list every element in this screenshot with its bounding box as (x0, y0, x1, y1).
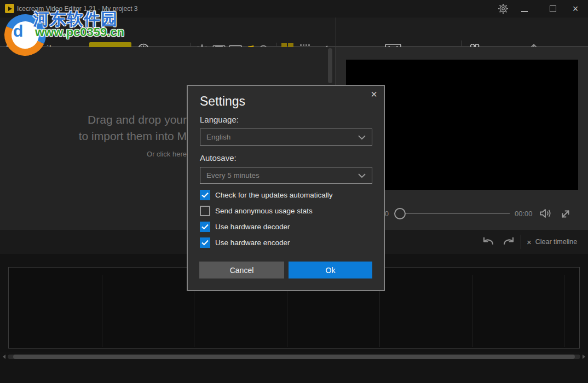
undo-icon (481, 235, 495, 248)
gear-icon (498, 3, 509, 14)
settings-dialog: × Settings Language: English Autosave: E… (187, 85, 385, 291)
minimize-button[interactable] (515, 0, 534, 18)
chevron-down-icon (358, 173, 366, 178)
settings-gear-button[interactable] (494, 0, 512, 18)
seek-bar[interactable] (406, 213, 510, 214)
grid-small-icon (300, 44, 302, 46)
clear-x-icon: × (527, 238, 532, 246)
dialog-title: Settings (200, 94, 245, 109)
checkbox-label: Send anonymous usage stats (215, 207, 313, 215)
click-here-link[interactable]: Or click here (0, 150, 187, 158)
main-toolbar: Media Library + Add files Add color (0, 18, 588, 47)
maximize-button[interactable] (544, 0, 562, 18)
checkbox-label: Use hardware encoder (215, 239, 290, 247)
bottom-strip (0, 360, 588, 383)
checkmark-icon (201, 224, 209, 230)
fullscreen-button[interactable] (559, 207, 572, 223)
checkbox-check-updates[interactable] (200, 190, 210, 200)
window-title: Icecream Video Editor 1.21 - My project … (17, 5, 138, 13)
dialog-close-icon[interactable]: × (371, 89, 377, 100)
redo-button[interactable] (501, 235, 516, 251)
titlebar: Icecream Video Editor 1.21 - My project … (0, 0, 588, 18)
time-total: 00:00 (515, 210, 533, 218)
minimize-icon (521, 11, 528, 12)
timeline-cell-divider (564, 275, 564, 347)
checkmark-icon (201, 192, 209, 198)
settings-checkbox-row-2[interactable]: Use hardware decoder (200, 221, 290, 232)
autosave-value: Every 5 minutes (206, 171, 358, 179)
autosave-label: Autosave: (200, 153, 237, 163)
media-library-scrollbar[interactable] (328, 48, 332, 83)
checkbox-label: Use hardware decoder (215, 223, 290, 231)
autosave-select[interactable]: Every 5 minutes (200, 167, 372, 184)
checkbox-usage-stats[interactable] (200, 206, 210, 216)
language-label: Language: (200, 115, 239, 124)
close-icon: × (573, 4, 579, 14)
checkbox-hw-encoder[interactable] (200, 237, 210, 248)
timeline-cell-divider (472, 275, 472, 347)
scroll-right-arrow[interactable] (583, 355, 585, 359)
ok-button[interactable]: Ok (289, 262, 372, 278)
fullscreen-arrow-icon (559, 207, 572, 220)
seek-handle[interactable] (394, 208, 406, 219)
settings-checkbox-row-1[interactable]: Send anonymous usage stats (200, 205, 313, 216)
cancel-button[interactable]: Cancel (199, 262, 284, 278)
checkbox-hw-decoder[interactable] (200, 222, 210, 232)
timeline-toolbar-divider (521, 235, 521, 249)
close-button[interactable]: × (566, 0, 585, 18)
undo-button[interactable] (481, 235, 495, 251)
volume-button[interactable] (539, 207, 553, 222)
clear-timeline-label: Clear timeline (535, 238, 577, 246)
toolbar-section-divider (336, 18, 336, 46)
checkbox-label: Check for the updates automatically (215, 191, 333, 199)
redo-icon (501, 235, 516, 248)
timeline-cell-divider (102, 275, 102, 347)
settings-checkbox-row-3[interactable]: Use hardware encoder (200, 237, 290, 248)
checkmark-icon (201, 240, 209, 246)
drop-line2: to import them into M (0, 128, 187, 144)
app-logo-icon (5, 4, 14, 13)
drop-zone-text: Drag and drop your to import them into M… (0, 112, 187, 158)
drop-line1: Drag and drop your (0, 112, 187, 128)
app-window: Icecream Video Editor 1.21 - My project … (0, 0, 588, 383)
settings-checkbox-row-0[interactable]: Check for the updates automatically (200, 189, 333, 200)
scroll-left-arrow[interactable] (3, 355, 5, 359)
chevron-down-icon (358, 135, 366, 140)
language-select[interactable]: English (200, 129, 372, 146)
language-value: English (206, 133, 358, 141)
speaker-icon (539, 207, 553, 220)
timeline-scrollbar-thumb[interactable] (13, 355, 575, 359)
clear-timeline-button[interactable]: × Clear timeline (527, 235, 577, 249)
maximize-icon (550, 5, 556, 12)
